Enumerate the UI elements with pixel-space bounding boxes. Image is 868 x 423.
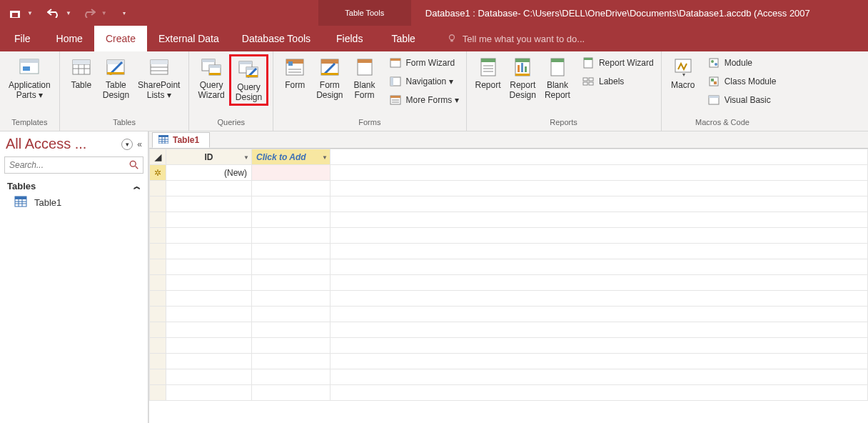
tab-home[interactable]: Home <box>45 26 94 51</box>
group-queries: Query Wizard Query Design Queries <box>189 51 273 131</box>
application-parts-button[interactable]: Application Parts ▾ <box>4 54 55 101</box>
collapse-group-icon[interactable]: ︽ <box>133 181 141 191</box>
sharepoint-lists-button[interactable]: SharePoint Lists ▾ <box>133 54 184 101</box>
form-design-button[interactable]: Form Design <box>312 54 347 101</box>
svg-rect-17 <box>107 72 124 74</box>
search-icon[interactable] <box>126 160 143 170</box>
row-selector[interactable] <box>150 291 166 307</box>
row-selector[interactable] <box>150 307 166 322</box>
new-record-selector[interactable]: ✲ <box>150 165 166 181</box>
form-wizard-button[interactable]: Form Wizard <box>386 54 462 71</box>
svg-rect-75 <box>711 79 714 81</box>
tab-file[interactable]: File <box>0 26 45 51</box>
table-button[interactable]: Table <box>64 54 99 91</box>
svg-rect-60 <box>515 74 530 76</box>
tab-create[interactable]: Create <box>94 26 147 51</box>
svg-rect-71 <box>710 59 718 67</box>
redo-icon[interactable] <box>81 5 97 21</box>
svg-rect-1 <box>10 8 20 11</box>
tab-table[interactable]: Table <box>377 26 429 51</box>
document-tab-label: Table1 <box>173 135 199 145</box>
more-forms-icon <box>389 94 402 106</box>
row-selector[interactable] <box>150 244 166 259</box>
group-macros-code: Macro Module Class Module Visual Basic M… <box>662 51 784 131</box>
svg-rect-2 <box>12 13 18 17</box>
nav-group-tables: Tables ︽ Table1 <box>0 176 148 218</box>
column-dropdown-icon[interactable]: ▼ <box>322 154 328 160</box>
svg-rect-31 <box>246 75 258 77</box>
undo-icon[interactable] <box>46 5 61 21</box>
redo-dropdown-icon[interactable]: ▼ <box>101 10 107 16</box>
report-design-button[interactable]: Report Design <box>505 54 540 101</box>
svg-rect-43 <box>390 59 400 61</box>
contextual-tab-header: Table Tools <box>318 0 411 26</box>
nav-item-table1[interactable]: Table1 <box>7 191 141 214</box>
row-selector[interactable] <box>150 369 166 385</box>
macro-button[interactable]: Macro <box>666 54 700 91</box>
visual-basic-button[interactable]: Visual Basic <box>705 91 779 109</box>
tab-external-data[interactable]: External Data <box>147 26 231 51</box>
column-header-add[interactable]: Click to Add▼ <box>252 149 330 165</box>
more-forms-button[interactable]: More Forms ▾ <box>386 91 462 109</box>
svg-rect-39 <box>321 73 338 75</box>
svg-rect-7 <box>23 66 30 71</box>
navigation-button[interactable]: Navigation ▾ <box>386 73 462 90</box>
tell-me-search[interactable]: Tell me what you want to do... <box>430 26 585 51</box>
svg-rect-25 <box>209 65 221 68</box>
row-selector[interactable] <box>150 354 166 369</box>
datasheet-grid[interactable]: ◢ ID▼ Click to Add▼ ✲ (New) <box>149 149 868 423</box>
svg-rect-69 <box>675 59 691 72</box>
nav-collapse-icon[interactable]: « <box>137 139 142 149</box>
module-button[interactable]: Module <box>705 54 779 71</box>
row-selector[interactable] <box>150 212 166 228</box>
report-wizard-button[interactable]: Report Wizard <box>579 54 657 71</box>
blank-form-button[interactable]: Blank Form <box>348 54 382 101</box>
empty-column-area <box>330 149 868 165</box>
undo-dropdown-icon[interactable]: ▼ <box>66 10 71 16</box>
svg-rect-62 <box>551 59 564 62</box>
class-module-button[interactable]: Class Module <box>705 73 779 90</box>
svg-point-73 <box>715 63 717 66</box>
query-design-button[interactable]: Query Design <box>229 54 268 106</box>
svg-marker-70 <box>682 74 685 76</box>
qat-dropdown-icon[interactable]: ▼ <box>27 10 33 16</box>
row-selector[interactable] <box>150 385 166 401</box>
row-selector[interactable] <box>150 259 166 275</box>
row-selector[interactable] <box>150 228 166 244</box>
row-selector[interactable] <box>150 275 166 291</box>
table-design-button[interactable]: Table Design <box>99 54 133 101</box>
svg-rect-28 <box>239 61 252 64</box>
tab-database-tools[interactable]: Database Tools <box>231 26 322 51</box>
select-all-cell[interactable]: ◢ <box>150 149 166 165</box>
report-button[interactable]: Report <box>471 54 505 91</box>
tab-fields[interactable]: Fields <box>322 26 377 51</box>
nav-dropdown-icon[interactable]: ▾ <box>121 139 133 150</box>
save-icon[interactable] <box>7 5 23 21</box>
row-selector[interactable] <box>150 181 166 196</box>
blank-report-button[interactable]: Blank Report <box>540 54 575 101</box>
report-design-icon <box>511 56 534 79</box>
form-button[interactable]: Form <box>278 54 312 91</box>
row-selector[interactable] <box>150 322 166 338</box>
cell-new-field[interactable] <box>252 165 330 181</box>
document-tab-table1[interactable]: Table1 <box>152 132 210 148</box>
navigation-pane: All Access ... ▾ « Tables ︽ Table1 <box>0 131 148 423</box>
nav-search-input[interactable] <box>5 160 126 170</box>
row-selector[interactable] <box>150 196 166 212</box>
labels-icon <box>582 75 595 88</box>
ribbon: Application Parts ▾ Templates Table Tabl… <box>0 51 868 131</box>
column-header-id[interactable]: ID▼ <box>166 149 252 165</box>
row-selector[interactable] <box>150 338 166 354</box>
svg-rect-59 <box>525 66 527 72</box>
column-dropdown-icon[interactable]: ▼ <box>243 154 249 160</box>
cell-id-new[interactable]: (New) <box>166 165 252 181</box>
document-area: Table1 ◢ ID▼ Click to Add▼ ✲ (New) <box>148 131 868 423</box>
qat-customize-icon[interactable]: ▾ <box>123 10 126 16</box>
labels-button[interactable]: Labels <box>579 73 657 90</box>
workspace: All Access ... ▾ « Tables ︽ Table1 <box>0 131 868 423</box>
nav-group-header[interactable]: Tables ︽ <box>7 181 141 191</box>
navigation-pane-header[interactable]: All Access ... ▾ « <box>0 131 148 154</box>
forms-small-buttons: Form Wizard Navigation ▾ More Forms ▾ <box>386 54 462 109</box>
quick-access-toolbar: ▼ ▼ ▼ ▾ <box>0 0 133 26</box>
query-wizard-button[interactable]: Query Wizard <box>193 54 228 101</box>
